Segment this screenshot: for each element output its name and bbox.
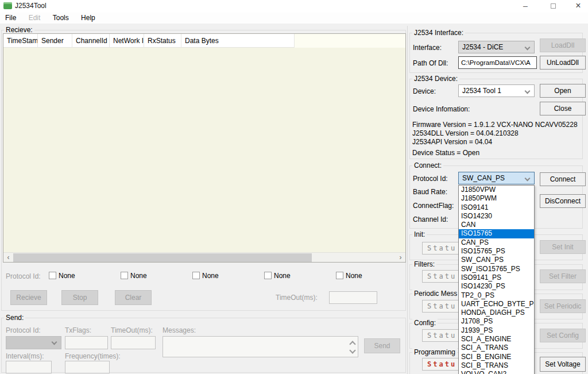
checkbox-icon[interactable]	[121, 272, 128, 279]
dropdown-option[interactable]: SCI_B_TRANS	[459, 361, 534, 370]
dropdown-option[interactable]: VOLVO_CAN2	[459, 370, 534, 374]
connectflag-label: ConnectFlag:	[413, 202, 454, 210]
disconnect-button[interactable]: DisConnect	[540, 194, 586, 208]
dropdown-option[interactable]: CAN	[459, 221, 534, 229]
rx-filter-checkbox-3[interactable]: None	[192, 272, 219, 280]
send-frequency-label: Frequency(times):	[65, 352, 121, 360]
dropdown-option[interactable]: J1708_PS	[459, 317, 534, 326]
dropdown-option[interactable]: UART_ECHO_BYTE_PS	[459, 300, 534, 309]
rx-protocol-label: Protocol Id:	[6, 272, 41, 280]
set-config-button[interactable]: Set Config	[540, 329, 586, 342]
dropdown-option[interactable]: TP2_0_PS	[459, 291, 534, 300]
send-interval-field[interactable]	[6, 361, 52, 373]
col-databytes[interactable]: Data Bytes	[181, 34, 295, 48]
checkbox-icon[interactable]	[264, 272, 272, 279]
set-voltage-button[interactable]: Set Voltage	[540, 357, 586, 372]
send-messages-label: Messages:	[163, 326, 196, 334]
col-networkid[interactable]: NetWork ID	[110, 34, 144, 48]
interface-dropdown[interactable]: J2534 - DiCE	[458, 41, 535, 53]
loaddll-button[interactable]: LoadDll	[540, 38, 586, 52]
scroll-right-icon[interactable]: ›	[396, 253, 405, 263]
dropdown-option[interactable]: ISO14230_PS	[459, 282, 534, 291]
checkbox-icon[interactable]	[192, 272, 200, 279]
checkbox-icon[interactable]	[336, 272, 343, 279]
open-button[interactable]: Open	[540, 84, 586, 98]
receive-button[interactable]: Recieve	[10, 290, 47, 305]
dropdown-option[interactable]: SW_CAN_PS	[459, 256, 534, 264]
rx-filter-checkbox-5[interactable]: None	[336, 272, 362, 280]
device-info-label: Device Infomation:	[413, 105, 470, 113]
dropdown-option[interactable]: J1850PWM	[459, 194, 534, 203]
app-window: J2534Tool – × File Edit Tools Help Recie…	[0, 0, 588, 374]
rx-filter-checkbox-1[interactable]: None	[49, 272, 75, 280]
window-title: J2534Tool	[15, 2, 47, 10]
protocol-dropdown[interactable]: SW_CAN_PS	[458, 172, 535, 184]
dropdown-option[interactable]: SCI_A_TRANS	[459, 344, 534, 352]
maximize-button[interactable]	[543, 0, 563, 13]
receive-hscrollbar[interactable]: ‹ ›	[3, 252, 405, 262]
col-channelid[interactable]: ChannelId	[72, 34, 110, 48]
dropdown-option[interactable]: ISO9141	[459, 203, 534, 212]
send-messages-field[interactable]	[163, 336, 358, 357]
menu-tools[interactable]: Tools	[48, 13, 74, 23]
dropdown-option[interactable]: ISO14230	[459, 212, 534, 221]
device-dropdown[interactable]: J2534 Tool 1	[458, 84, 535, 97]
dropdown-option[interactable]: CAN_PS	[459, 238, 534, 247]
scrollbar-thumb[interactable]	[13, 253, 312, 262]
device-status-line: Device Status = Open	[412, 149, 479, 157]
spinner-up-icon[interactable]	[349, 341, 355, 347]
init-group-label: Init:	[412, 230, 427, 238]
protocol-dropdown-list: J1850VPW J1850PWM ISO9141 ISO14230 CAN I…	[458, 185, 535, 374]
unloaddll-button[interactable]: UnLoadDll	[540, 56, 586, 70]
dropdown-option[interactable]: HONDA_DIAGH_PS	[459, 309, 534, 317]
rx-filter-checkbox-4[interactable]: None	[264, 272, 291, 280]
dropdown-option[interactable]: J1850VPW	[459, 186, 534, 194]
send-interval-label: Interval(ms):	[6, 352, 44, 360]
send-group-label: Send:	[4, 314, 25, 322]
channel-id-label: Channel Id:	[413, 215, 448, 223]
menu-edit: Edit	[24, 13, 46, 23]
send-timeout-field[interactable]	[111, 336, 156, 349]
send-frequency-field[interactable]	[65, 361, 110, 373]
chevron-down-icon	[525, 45, 531, 51]
connect-button[interactable]: Connect	[540, 172, 586, 186]
set-init-button[interactable]: Set Init	[540, 240, 586, 254]
menu-file[interactable]: File	[0, 13, 21, 23]
send-txflags-label: TxFlags:	[65, 326, 91, 334]
send-button[interactable]: Send	[364, 338, 400, 353]
dropdown-option[interactable]: SCI_A_ENGINE	[459, 335, 534, 344]
device-group-label: J2534 Device:	[412, 75, 459, 83]
stop-button[interactable]: Stop	[61, 290, 98, 305]
panel-divider	[407, 26, 408, 374]
menu-bar: File Edit Tools Help	[0, 13, 588, 24]
rx-filter-checkbox-2[interactable]: None	[121, 272, 147, 280]
baud-rate-label: Baud Rate:	[413, 188, 447, 196]
dropdown-option[interactable]: ISO15765_PS	[459, 247, 534, 256]
dropdown-option[interactable]: SW_ISO15765_PS	[459, 265, 534, 273]
set-filter-button[interactable]: Set Filter	[540, 269, 586, 283]
spinner-down-icon[interactable]	[349, 347, 355, 353]
col-rxstatus[interactable]: RxStatus	[144, 34, 181, 48]
col-filler	[295, 34, 405, 48]
dropdown-option[interactable]: SCI_B_ENGINE	[459, 353, 534, 361]
send-timeout-label: TimeOut(ms):	[111, 326, 153, 334]
dropdown-option[interactable]: J1939_PS	[459, 326, 534, 335]
send-txflags-field[interactable]	[65, 336, 108, 349]
col-timestamp[interactable]: TimeStamp	[3, 34, 38, 48]
dropdown-option[interactable]: ISO9141_PS	[459, 273, 534, 282]
send-protocol-dropdown[interactable]	[6, 336, 61, 349]
checkbox-icon[interactable]	[49, 272, 56, 279]
col-sender[interactable]: Sender	[38, 34, 72, 48]
send-protocol-label: Protocol Id:	[6, 326, 41, 334]
clear-button[interactable]: Clear	[115, 290, 152, 305]
menu-help[interactable]: Help	[76, 13, 100, 23]
close-button[interactable]: ×	[568, 0, 588, 13]
interface-label: Interface:	[413, 44, 442, 52]
path-field[interactable]: C:\ProgramData\VCX\A	[458, 56, 537, 69]
dropdown-option-selected[interactable]: ISO15765	[459, 229, 534, 238]
set-periodic-button[interactable]: Set Periodic	[540, 299, 586, 313]
minimize-button[interactable]: –	[516, 0, 535, 13]
scroll-left-icon[interactable]: ‹	[3, 253, 13, 263]
close-button-device[interactable]: Close	[540, 102, 586, 115]
rx-timeout-field[interactable]	[329, 291, 377, 304]
